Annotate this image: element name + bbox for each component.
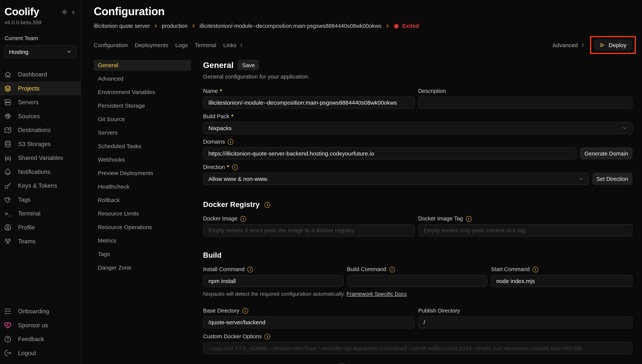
- custom-docker-options-label: Custom Docker Options i: [203, 333, 632, 340]
- generate-domain-button[interactable]: Generate Domain: [580, 147, 632, 160]
- theme-sun-icon[interactable]: [61, 8, 68, 16]
- subnav-resource-limits[interactable]: Resource Limits: [94, 208, 191, 219]
- info-icon[interactable]: i: [264, 334, 270, 339]
- info-icon[interactable]: i: [228, 139, 233, 144]
- subnav-preview-deployments[interactable]: Preview Deployments: [94, 168, 191, 178]
- tab-logs[interactable]: Logs: [175, 40, 188, 50]
- tab-deployments[interactable]: Deployments: [135, 40, 168, 50]
- subnav-tags[interactable]: Tags: [94, 248, 191, 260]
- sidebar-item-keys-tokens[interactable]: Keys & Tokens: [0, 179, 81, 193]
- subnav-environment-variables[interactable]: Environment Variables: [94, 87, 191, 98]
- info-icon[interactable]: i: [240, 216, 246, 221]
- breadcrumb-project[interactable]: illicitonion quote server: [94, 23, 150, 29]
- info-icon[interactable]: i: [466, 216, 472, 221]
- base-directory-input[interactable]: [203, 316, 415, 328]
- help-circle-icon: [4, 335, 12, 343]
- sidebar-item-onboarding[interactable]: Onboarding: [0, 304, 81, 318]
- info-icon[interactable]: i: [247, 266, 253, 272]
- info-icon[interactable]: i: [264, 202, 270, 208]
- team-select[interactable]: Hosting: [4, 46, 77, 58]
- use-build-server-checkbox[interactable]: [339, 363, 346, 364]
- breadcrumb-environment[interactable]: production: [162, 23, 188, 29]
- sidebar-item-sources[interactable]: Sources: [0, 109, 81, 123]
- install-command-label: Install Command i: [203, 266, 343, 272]
- subnav-rollback[interactable]: Rollback: [94, 195, 191, 206]
- subnav-persistent-storage[interactable]: Persistent Storage: [94, 100, 191, 111]
- start-command-input[interactable]: [491, 275, 632, 287]
- custom-docker-options-input[interactable]: [203, 342, 632, 354]
- info-icon[interactable]: i: [389, 266, 395, 272]
- build-command-label: Build Command i: [347, 266, 487, 272]
- sidebar-item-profile[interactable]: Profile: [0, 220, 81, 234]
- info-icon[interactable]: i: [232, 164, 238, 170]
- direction-select[interactable]: Allow www & non-www.: [203, 172, 589, 185]
- sidebar-item-feedback[interactable]: Feedback: [0, 332, 81, 346]
- breadcrumb: illicitonion quote server production ill…: [94, 23, 630, 29]
- advanced-dropdown[interactable]: Advanced: [552, 42, 585, 48]
- start-command-label: Start Command i: [491, 266, 632, 272]
- sidebar-item-logout[interactable]: Logout: [0, 346, 81, 360]
- tab-terminal[interactable]: Terminal: [195, 40, 216, 50]
- git-source-icon: [4, 112, 12, 120]
- tab-links-dropdown[interactable]: Links: [223, 40, 243, 50]
- section-build-title: Build: [203, 251, 221, 260]
- subnav-general[interactable]: General: [94, 60, 191, 71]
- subnav-advanced[interactable]: Advanced: [94, 73, 191, 84]
- sidebar-item-destinations[interactable]: Destinations: [0, 123, 81, 137]
- sidebar-item-tags[interactable]: Tags: [0, 192, 81, 206]
- sidebar-item-notifications[interactable]: Notifications: [0, 165, 81, 179]
- subnav-resource-operations[interactable]: Resource Operations: [94, 222, 191, 233]
- info-icon[interactable]: i: [242, 308, 248, 314]
- tabs-bar: Configuration Deployments Logs Terminal …: [94, 36, 636, 54]
- publish-directory-input[interactable]: [418, 316, 632, 328]
- subnav-healthcheck[interactable]: Healthcheck: [94, 181, 191, 192]
- chevron-down-icon: [622, 126, 627, 131]
- app-version: v4.0.0-beta.399: [0, 18, 81, 25]
- play-icon: [599, 42, 605, 48]
- sidebar-item-sponsor[interactable]: Sponsor us: [0, 318, 81, 332]
- updown-chevrons-icon: [581, 42, 585, 48]
- sidebar-item-s3-storages[interactable]: S3 Storages: [0, 137, 81, 151]
- sidebar-item-teams[interactable]: Teams: [0, 234, 81, 248]
- breadcrumb-resource[interactable]: illicitestonion/-module--decomposition:m…: [200, 23, 381, 29]
- app-logo[interactable]: Coolify: [5, 5, 39, 18]
- subnav-scheduled-tasks[interactable]: Scheduled Tasks: [94, 141, 191, 152]
- current-team-label: Current Team: [0, 35, 81, 41]
- subnav-metrics[interactable]: Metrics: [94, 235, 191, 246]
- subnav-webhooks[interactable]: Webhooks: [94, 154, 191, 165]
- build-command-input[interactable]: [347, 275, 487, 287]
- docker-image-input[interactable]: [203, 224, 415, 236]
- sidebar-item-shared-variables[interactable]: (x) Shared Variables: [0, 151, 81, 165]
- subnav-servers[interactable]: Servers: [94, 127, 191, 138]
- sidebar-item-servers[interactable]: Servers: [0, 95, 81, 109]
- section-general-title: General: [203, 60, 233, 70]
- save-button[interactable]: Save: [238, 60, 259, 70]
- domains-label: Domains i: [203, 139, 632, 145]
- chevron-down-icon: [66, 49, 72, 54]
- sidebar-item-terminal[interactable]: >_ Terminal: [0, 206, 81, 220]
- description-input[interactable]: [418, 96, 632, 109]
- logout-icon: [4, 349, 12, 357]
- sidebar-item-dashboard[interactable]: Dashboard: [0, 68, 81, 82]
- deploy-button[interactable]: Deploy: [594, 39, 632, 51]
- status-badge: Exited: [393, 23, 419, 29]
- page-title: Configuration: [94, 5, 630, 18]
- subnav-danger-zone[interactable]: Danger Zone: [94, 262, 191, 273]
- status-dot-icon: [393, 23, 399, 29]
- subnav-git-source[interactable]: Git Source: [94, 114, 191, 125]
- bell-icon: [4, 168, 12, 176]
- terminal-icon: >_: [4, 210, 12, 218]
- domains-input[interactable]: [203, 147, 577, 160]
- sidebar-item-projects[interactable]: Projects: [0, 81, 81, 95]
- install-command-input[interactable]: [203, 275, 343, 287]
- users-group-icon: [4, 237, 12, 246]
- tab-configuration[interactable]: Configuration: [94, 40, 128, 50]
- info-icon[interactable]: i: [532, 266, 538, 272]
- build-pack-select[interactable]: Nixpacks: [203, 122, 632, 134]
- framework-docs-link[interactable]: Framework Specific Docs: [347, 291, 407, 297]
- set-direction-button[interactable]: Set Direction: [592, 172, 633, 185]
- docker-image-tag-input[interactable]: [418, 224, 632, 236]
- build-pack-label: Build Pack*: [203, 113, 632, 120]
- theme-select-chevrons[interactable]: [71, 9, 76, 15]
- name-input[interactable]: [203, 96, 415, 109]
